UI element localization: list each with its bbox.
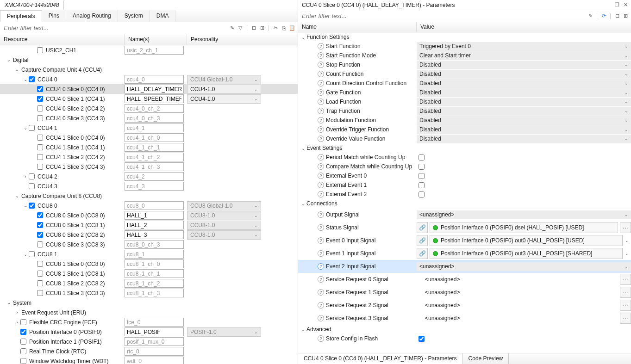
resource-checkbox[interactable] <box>37 271 43 277</box>
prop-group[interactable]: ⌄Function Settings <box>298 32 631 42</box>
col-resource-header[interactable]: Resource <box>0 34 125 45</box>
twisty-icon[interactable]: ⌄ <box>300 146 306 151</box>
prop-row[interactable]: ?Event 0 Input Signal🔗Position Interface… <box>298 234 631 247</box>
name-field[interactable] <box>125 153 184 161</box>
resource-checkbox[interactable] <box>29 173 35 179</box>
twisty-icon[interactable]: › <box>22 174 29 179</box>
tree-body[interactable]: ›USIC2_CH1⌄Digital⌄Capture Compare Unit … <box>0 45 298 364</box>
resource-checkbox[interactable] <box>37 105 43 111</box>
prop-row[interactable]: ?Event 2 Input Signal<unassigned>⌄ <box>298 260 631 273</box>
prop-row[interactable]: ?Trap FunctionDisabled⌄ <box>298 106 631 116</box>
subtab-dma[interactable]: DMA <box>150 10 176 22</box>
tree-row[interactable]: ⌄CCU8 1 <box>0 249 298 259</box>
name-field[interactable] <box>125 94 184 103</box>
tree-row[interactable]: ⌄Capture Compare Unit 4 (CCU4) <box>0 65 298 74</box>
ellipsis-button[interactable]: … <box>620 313 631 324</box>
value-dropdown[interactable]: Disabled⌄ <box>417 70 631 79</box>
name-field[interactable] <box>125 240 184 249</box>
twisty-icon[interactable]: ⌄ <box>14 67 20 72</box>
help-icon[interactable]: ? <box>318 136 324 142</box>
tree-row[interactable]: ⌄Capture Compare Unit 8 (CCU8) <box>0 191 298 201</box>
resource-checkbox[interactable] <box>37 96 43 102</box>
right-filter-input[interactable] <box>300 11 587 21</box>
prop-row[interactable]: ?Load FunctionDisabled⌄ <box>298 97 631 106</box>
tree-row[interactable]: ›CCU8 1 Slice 1 (CC8 1) <box>0 269 298 278</box>
tree-row[interactable]: ›Real Time Clock (RTC) <box>0 346 298 356</box>
ellipsis-button[interactable]: … <box>620 274 631 285</box>
resource-checkbox[interactable] <box>37 232 43 238</box>
subtab-analog-routing[interactable]: Analog-Routing <box>66 10 118 22</box>
resource-checkbox[interactable] <box>37 261 43 267</box>
help-icon[interactable]: ? <box>318 62 324 68</box>
resource-checkbox[interactable] <box>20 339 26 345</box>
tree-row[interactable]: ›CCU8 1 Slice 0 (CC8 0) <box>0 259 298 269</box>
subtab-pins[interactable]: Pins <box>42 10 66 22</box>
tree-row[interactable]: ›CCU4 1 Slice 1 (CC4 1) <box>0 142 298 152</box>
tree-row[interactable]: ›CCU8 1 Slice 3 (CC8 3) <box>0 288 298 298</box>
resource-checkbox[interactable] <box>37 212 43 218</box>
name-field[interactable] <box>125 269 184 278</box>
value-dropdown[interactable]: Disabled⌄ <box>417 61 631 69</box>
twisty-icon[interactable]: ⌄ <box>14 193 20 198</box>
prop-row[interactable]: ?Service Request 2 Signal<unassigned>… <box>298 299 631 312</box>
resource-checkbox[interactable] <box>37 47 43 53</box>
clear-filter-icon[interactable]: ✎ <box>228 25 236 32</box>
resource-checkbox[interactable] <box>29 76 35 82</box>
prop-row[interactable]: ?Service Request 1 Signal<unassigned>… <box>298 286 631 299</box>
twisty-icon[interactable]: ⌄ <box>6 57 12 62</box>
prop-row[interactable]: ?Event 1 Input Signal🔗Position Interface… <box>298 247 631 260</box>
expand-all-icon[interactable]: ⊞ <box>258 25 266 32</box>
name-field[interactable] <box>125 104 184 113</box>
collapse-all-icon-r[interactable]: ⊟ <box>613 12 621 20</box>
close-icon[interactable]: ✕ <box>622 1 629 9</box>
resource-checkbox[interactable] <box>37 164 43 170</box>
help-icon[interactable]: ? <box>318 237 324 244</box>
tree-row[interactable]: ⌄CCU8 0CCU8 Global-1.0⌄ <box>0 201 298 210</box>
tree-row[interactable]: ›CCU4 1 Slice 2 (CC4 2) <box>0 152 298 162</box>
signal-field[interactable]: <unassigned> <box>417 287 618 298</box>
help-icon[interactable]: ? <box>318 250 324 257</box>
signal-field[interactable]: Position Interface 0 (POSIF0) out0 (HALL… <box>430 235 623 246</box>
prop-group[interactable]: ⌄Event Settings <box>298 143 631 153</box>
help-icon[interactable]: ? <box>318 263 324 270</box>
link-icon[interactable]: 🔗 <box>417 235 428 246</box>
help-icon[interactable]: ? <box>318 154 324 160</box>
prop-row[interactable]: ?Count Direction Control FunctionDisable… <box>298 79 631 88</box>
name-field[interactable] <box>125 230 184 239</box>
help-icon[interactable]: ? <box>318 80 324 86</box>
signal-dropdown[interactable]: <unassigned>⌄ <box>417 262 631 271</box>
tree-row[interactable]: ›CCU4 2 <box>0 172 298 181</box>
help-icon[interactable]: ? <box>318 289 324 296</box>
subtab-peripherals[interactable]: Peripherals <box>0 10 42 22</box>
prop-row[interactable]: ?Service Request 3 Signal<unassigned>… <box>298 312 631 325</box>
resource-checkbox[interactable] <box>20 358 26 364</box>
value-dropdown[interactable]: Disabled⌄ <box>417 88 631 97</box>
name-field[interactable] <box>125 318 184 327</box>
help-icon[interactable]: ? <box>318 191 324 197</box>
prop-body[interactable]: ⌄Function Settings?Start FunctionTrigger… <box>298 32 631 353</box>
value-checkbox[interactable] <box>419 154 425 160</box>
name-field[interactable] <box>125 133 184 142</box>
tree-row[interactable]: ›CCU4 3 <box>0 181 298 191</box>
twisty-icon[interactable]: ⌄ <box>300 327 306 332</box>
prop-row[interactable]: ?Modulation FunctionDisabled⌄ <box>298 116 631 125</box>
name-field[interactable] <box>125 172 184 181</box>
help-icon[interactable]: ? <box>318 43 324 49</box>
tree-row[interactable]: ›CCU4 1 Slice 3 (CC4 3) <box>0 162 298 172</box>
twisty-icon[interactable]: ⌄ <box>22 125 29 130</box>
tree-row[interactable]: ›USIC2_CH1 <box>0 45 298 55</box>
personality-dropdown[interactable]: POSIF-1.0⌄ <box>187 327 261 337</box>
tree-row[interactable]: ⌄System <box>0 298 298 308</box>
value-checkbox[interactable] <box>419 173 425 179</box>
prop-row[interactable]: ?Start FunctionTriggered by Event 0⌄ <box>298 42 631 51</box>
resource-checkbox[interactable] <box>29 125 35 131</box>
name-field[interactable] <box>125 337 184 346</box>
twisty-icon[interactable]: ⌄ <box>22 252 29 257</box>
copy-icon[interactable]: ⎘ <box>280 25 287 32</box>
prop-row[interactable]: ?Start Function ModeClear and Start time… <box>298 51 631 60</box>
prop-group[interactable]: ⌄Connections <box>298 199 631 208</box>
name-field[interactable] <box>125 182 184 191</box>
personality-dropdown[interactable]: CCU8-1.0⌄ <box>187 211 261 220</box>
prop-row[interactable]: ?Stop FunctionDisabled⌄ <box>298 60 631 69</box>
name-field[interactable] <box>125 114 184 123</box>
